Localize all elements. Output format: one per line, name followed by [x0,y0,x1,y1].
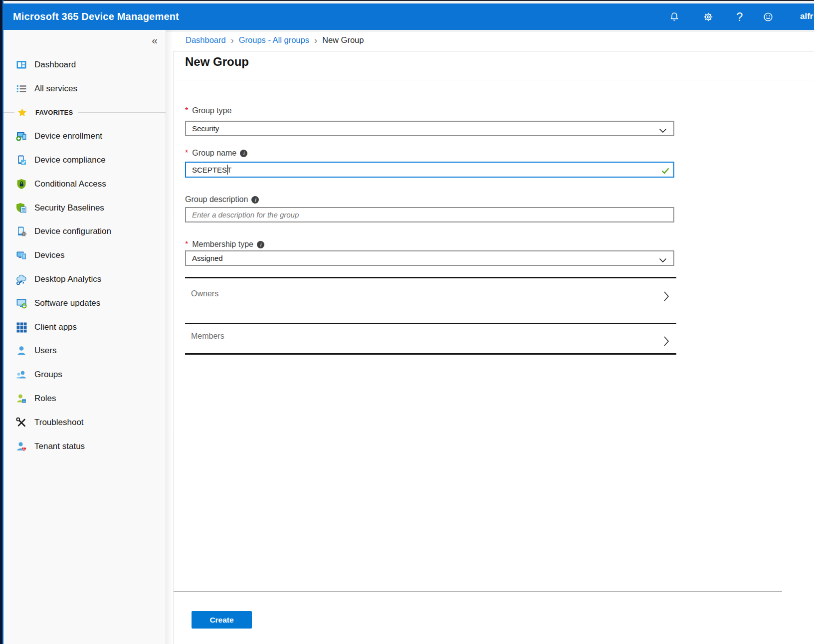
sidebar-item-label: Roles [34,394,56,404]
sidebar-item-label: Device enrollment [34,131,102,141]
chevron-right-icon [663,291,669,304]
screen: Microsoft 365 Device Management ? alfr «… [0,0,814,644]
breadcrumb-current: New Group [322,35,364,45]
breadcrumb: Dashboard › Groups - All groups › New Gr… [186,35,364,45]
feedback-smiley-icon[interactable] [761,10,775,24]
info-icon[interactable]: i [240,150,247,157]
app-title: Microsoft 365 Device Management [13,11,179,22]
breadcrumb-separator-icon: › [314,36,317,45]
members-row[interactable]: Members [185,323,676,353]
tenant-status-icon [15,440,28,453]
sidebar-item-troubleshoot[interactable]: Troubleshoot [3,411,166,434]
sidebar-collapse-chevron-icon[interactable]: « [152,35,158,45]
desktop-analytics-icon [15,273,28,286]
info-icon[interactable]: i [257,241,264,248]
create-button[interactable]: Create [192,611,252,629]
troubleshoot-icon [15,416,28,429]
groups-icon [15,368,28,381]
chevron-down-icon [659,126,667,135]
sidebar-item-label: Security Baselines [34,203,104,213]
sidebar-item-dashboard[interactable]: Dashboard [3,53,166,77]
blade-top-border [173,51,814,52]
sidebar-item-devices[interactable]: Devices [3,243,166,267]
favorites-star-icon [16,107,27,118]
title-divider [174,80,814,80]
help-icon[interactable]: ? [733,10,747,24]
section-divider [185,353,676,355]
group-type-value: Security [192,124,219,133]
sidebar-section-label: FAVORITES [35,109,73,116]
devices-icon [15,249,28,262]
sidebar-nav: Dashboard All services FAVORITES Device … [3,53,166,458]
sidebar-item-device-compliance[interactable]: Device compliance [3,148,166,172]
sidebar-item-all-services[interactable]: All services [3,77,166,101]
page-title: New Group [185,55,249,69]
sidebar-item-conditional-access[interactable]: Conditional Access [3,172,166,196]
sidebar: « Dashboard All services FAVORITES Devic… [3,30,166,644]
owners-label: Owners [191,289,218,298]
device-compliance-icon [15,154,28,167]
conditional-access-icon [15,178,28,191]
group-name-input[interactable] [185,162,674,178]
chevron-right-icon [663,336,669,349]
sidebar-item-groups[interactable]: Groups [3,363,166,387]
sidebar-item-device-enrollment[interactable]: Device enrollment [3,124,166,148]
sidebar-item-client-apps[interactable]: Client apps [3,315,166,339]
group-type-label: * Group type [185,106,231,115]
sidebar-item-device-configuration[interactable]: Device configuration [3,220,166,244]
sidebar-item-label: Conditional Access [34,179,106,189]
content-top-strip [166,30,814,32]
members-label: Members [191,332,224,341]
notifications-bell-icon[interactable] [667,10,681,24]
sidebar-item-label: All services [34,84,77,94]
settings-gear-icon[interactable] [701,10,715,24]
valid-check-icon [661,167,669,176]
group-description-input[interactable] [185,207,674,222]
section-divider [185,277,676,278]
required-asterisk: * [185,240,188,249]
owners-row[interactable]: Owners [185,277,676,323]
sidebar-item-label: Client apps [34,322,77,332]
breadcrumb-groups-all-groups[interactable]: Groups - All groups [239,35,309,45]
blade-left-border [173,51,174,644]
all-services-icon [15,82,28,95]
sidebar-item-label: Dashboard [34,60,76,70]
device-configuration-icon [15,225,28,238]
sidebar-item-desktop-analytics[interactable]: Desktop Analytics [3,267,166,291]
sidebar-shadow [166,30,173,644]
chevron-down-icon [659,256,667,264]
sidebar-item-label: Groups [34,370,62,380]
sidebar-section-favorites: FAVORITES [3,101,166,125]
sidebar-item-label: Desktop Analytics [34,274,101,284]
sidebar-item-software-updates[interactable]: Software updates [3,291,166,315]
sidebar-item-label: Device compliance [34,155,106,165]
group-description-label: Group description i [185,195,259,204]
client-apps-icon [15,321,28,334]
sidebar-item-label: Users [34,346,56,356]
sidebar-item-tenant-status[interactable]: Tenant status [3,434,166,458]
section-divider [185,323,676,324]
device-enrollment-icon [15,130,28,143]
sidebar-item-label: Troubleshoot [34,418,84,428]
app-header: Microsoft 365 Device Management ? alfr [0,3,814,30]
membership-type-value: Assigned [192,254,223,262]
roles-icon [15,392,28,405]
account-name[interactable]: alfr [800,11,814,21]
sidebar-item-users[interactable]: Users [3,339,166,363]
membership-type-select[interactable]: Assigned [185,250,674,266]
software-updates-icon [15,297,28,310]
sidebar-item-security-baselines[interactable]: Security Baselines [3,196,166,220]
users-icon [15,344,28,357]
footer-divider [174,591,782,592]
security-baselines-icon [15,202,28,215]
text-caret [227,165,228,175]
required-asterisk: * [185,149,188,158]
sidebar-item-roles[interactable]: Roles [3,387,166,411]
info-icon[interactable]: i [251,196,259,204]
sidebar-item-label: Device configuration [34,226,111,236]
sidebar-item-label: Software updates [34,298,100,308]
breadcrumb-dashboard[interactable]: Dashboard [186,35,226,45]
group-type-select[interactable]: Security [185,121,674,136]
dashboard-icon [15,58,28,71]
sidebar-item-label: Tenant status [34,441,85,451]
